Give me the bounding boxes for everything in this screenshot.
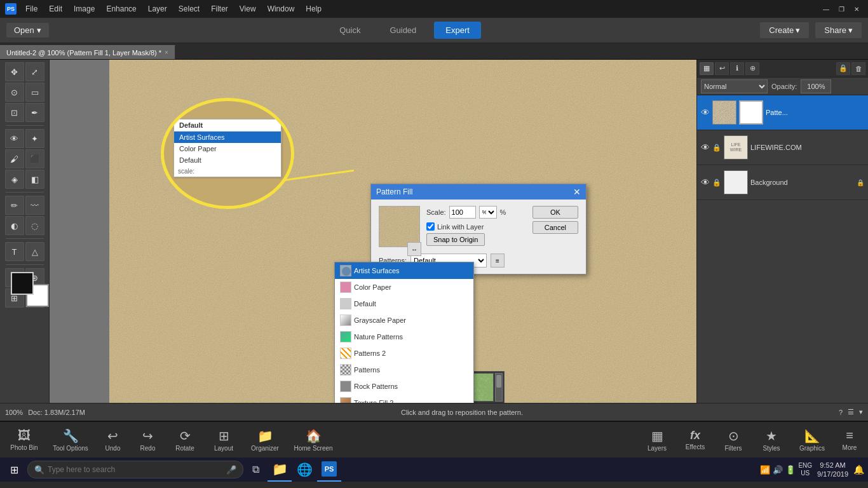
- color-swatches[interactable]: [11, 272, 49, 307]
- layers-panel-btn[interactable]: ▦: [700, 62, 714, 75]
- taskbar-search[interactable]: 🔍 🎤: [27, 461, 243, 478]
- create-button[interactable]: Create ▾: [760, 22, 809, 38]
- menu-layer[interactable]: Layer: [143, 3, 172, 15]
- pattern-item-nature[interactable]: Nature Patterns: [335, 329, 473, 345]
- start-button[interactable]: ⊞: [1, 458, 27, 482]
- search-input[interactable]: [48, 465, 223, 474]
- layers-panel-toggle[interactable]: ▦ Layers: [638, 428, 676, 452]
- menu-enhance[interactable]: Enhance: [101, 3, 141, 15]
- gradient-tool[interactable]: ◧: [25, 170, 44, 189]
- mode-guided[interactable]: Guided: [378, 22, 428, 39]
- nav-btn[interactable]: ⊕: [745, 62, 759, 75]
- dialog-titlebar[interactable]: Pattern Fill ✕: [371, 184, 586, 200]
- pen-tool[interactable]: ✏: [5, 196, 24, 215]
- layer-eye-icon[interactable]: 👁: [701, 107, 710, 118]
- crop-tool[interactable]: ⊡: [5, 103, 24, 122]
- brush-tool[interactable]: 🖌: [5, 149, 24, 168]
- network-icon[interactable]: 📶: [760, 465, 770, 475]
- voice-search-icon[interactable]: 🎤: [226, 465, 236, 475]
- redo-button[interactable]: ↪ Redo: [130, 428, 165, 452]
- layer-item-pattern[interactable]: 👁 Patte...: [697, 95, 868, 130]
- taskbar-app-pse[interactable]: PS: [317, 458, 341, 482]
- layer-item-lifewire[interactable]: 👁 🔒 LIFEWIRE LIFEWIRE.COM: [697, 130, 868, 165]
- move-tool[interactable]: ✥: [5, 62, 24, 81]
- eyedropper-tool[interactable]: ✒: [25, 103, 44, 122]
- panel-toggle[interactable]: ▾: [859, 408, 863, 416]
- more-panel-toggle[interactable]: ≡ More: [834, 428, 865, 451]
- text-tool[interactable]: T: [5, 242, 24, 261]
- scale-unit-select[interactable]: %: [479, 206, 497, 219]
- info-btn[interactable]: ℹ: [730, 62, 744, 75]
- layout-button[interactable]: ⊞ Layout: [205, 428, 243, 452]
- taskbar-app-explorer[interactable]: 📁: [268, 458, 292, 482]
- menu-file[interactable]: File: [20, 3, 43, 15]
- menu-image[interactable]: Image: [69, 3, 100, 15]
- pattern-item-texture2[interactable]: Texture Fill 2: [335, 395, 473, 403]
- scale-input[interactable]: [449, 206, 476, 219]
- pattern-item-grayscale[interactable]: Grayscale Paper: [335, 312, 473, 329]
- clock[interactable]: 9:52 AM 9/17/2019: [815, 461, 851, 479]
- pattern-preview[interactable]: [379, 206, 420, 247]
- delete-layer-btn[interactable]: 🗑: [851, 62, 865, 75]
- pattern-item-rock[interactable]: Rock Patterns: [335, 378, 473, 395]
- blend-mode-select[interactable]: Normal: [701, 79, 768, 93]
- tab-close-button[interactable]: ×: [165, 49, 168, 56]
- pattern-item-patterns[interactable]: Patterns: [335, 362, 473, 378]
- menu-window[interactable]: Window: [262, 3, 300, 15]
- scroll-thumb[interactable]: [495, 373, 503, 402]
- pattern-reposition-button[interactable]: ↔: [407, 242, 421, 256]
- snap-to-origin-button[interactable]: Snap to Origin: [426, 233, 485, 246]
- zoom-tool[interactable]: ⤢: [25, 62, 44, 81]
- smudge-tool[interactable]: 〰: [25, 196, 44, 215]
- undo-button[interactable]: ↩ Undo: [95, 428, 130, 452]
- history-btn[interactable]: ↩: [715, 62, 729, 75]
- layer-item-background[interactable]: 👁 🔒 Background 🔒: [697, 165, 868, 200]
- link-with-layer-checkbox[interactable]: [426, 222, 435, 231]
- blur-tool[interactable]: ◌: [25, 216, 44, 235]
- menu-edit[interactable]: Edit: [44, 3, 67, 15]
- pattern-item-patterns2[interactable]: Patterns 2: [335, 345, 473, 362]
- home-screen-button[interactable]: 🏠 Home Screen: [287, 428, 339, 452]
- layer-eye-icon-3[interactable]: 👁: [701, 177, 710, 187]
- maximize-button[interactable]: ❐: [835, 4, 848, 14]
- task-view-button[interactable]: ⧉: [244, 458, 267, 482]
- lock-btn[interactable]: 🔒: [836, 62, 850, 75]
- tool-options-button[interactable]: 🔧 Tool Options: [46, 428, 95, 452]
- help-icon[interactable]: ?: [839, 409, 843, 416]
- mode-expert[interactable]: Expert: [434, 22, 481, 39]
- opacity-input[interactable]: [801, 79, 831, 93]
- menu-bar[interactable]: File Edit Image Enhance Layer Select Fil…: [20, 3, 327, 15]
- ok-button[interactable]: OK: [532, 206, 578, 219]
- volume-icon[interactable]: 🔊: [773, 465, 783, 475]
- share-button[interactable]: Share ▾: [815, 22, 862, 38]
- close-button[interactable]: ✕: [850, 4, 863, 14]
- cancel-button[interactable]: Cancel: [532, 221, 578, 234]
- mode-quick[interactable]: Quick: [328, 22, 372, 39]
- shape-tool[interactable]: △: [25, 242, 44, 261]
- pattern-item-artist[interactable]: Artist Surfaces: [335, 262, 473, 279]
- paint-bucket-tool[interactable]: ◈: [5, 170, 24, 189]
- notification-icon[interactable]: 🔔: [853, 464, 864, 475]
- menu-icon[interactable]: ☰: [848, 408, 854, 416]
- menu-help[interactable]: Help: [301, 3, 327, 15]
- taskbar-app-chrome[interactable]: 🌐: [292, 458, 316, 482]
- document-tab[interactable]: Untitled-2 @ 100% (Pattern Fill 1, Layer…: [0, 45, 175, 59]
- menu-filter[interactable]: Filter: [206, 3, 233, 15]
- menu-select[interactable]: Select: [173, 3, 205, 15]
- foreground-color-swatch[interactable]: [11, 272, 34, 295]
- menu-view[interactable]: View: [234, 3, 261, 15]
- heal-tool[interactable]: ✦: [25, 129, 44, 148]
- dialog-close-button[interactable]: ✕: [573, 187, 581, 197]
- filters-panel-toggle[interactable]: ⊙ Filters: [714, 428, 752, 452]
- eye-tool[interactable]: 👁: [5, 129, 24, 148]
- selection-tool[interactable]: ▭: [25, 83, 44, 102]
- styles-panel-toggle[interactable]: ★ Styles: [752, 428, 790, 452]
- graphics-panel-toggle[interactable]: 📐 Graphics: [790, 428, 834, 452]
- organizer-button[interactable]: 📁 Organizer: [243, 428, 287, 452]
- pattern-item-color-paper[interactable]: Color Paper: [335, 279, 473, 295]
- dodge-tool[interactable]: ◐: [5, 216, 24, 235]
- minimize-button[interactable]: —: [820, 4, 832, 14]
- battery-icon[interactable]: 🔋: [785, 465, 796, 475]
- layer-lock-icon-2[interactable]: 🔒: [712, 144, 721, 152]
- window-controls[interactable]: — ❐ ✕: [820, 4, 863, 14]
